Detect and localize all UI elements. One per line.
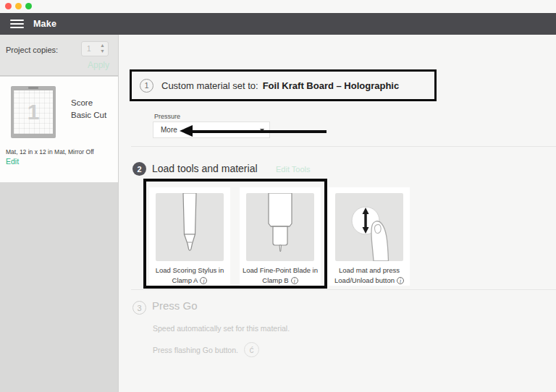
tool-caption: Load mat and press Load/Unload buttoni	[329, 265, 410, 286]
mat-tab	[28, 87, 38, 89]
mat-linetype-basic-cut: Basic Cut	[71, 111, 106, 119]
step3-speed-text: Speed automatically set for this materia…	[153, 324, 290, 333]
project-copies-value: 1	[87, 45, 91, 53]
section-divider	[131, 289, 556, 290]
annotation-arrow-shaft	[191, 130, 327, 133]
mat-number: 1	[28, 100, 40, 124]
page-title: Make	[33, 19, 56, 29]
zoom-window-icon[interactable]	[25, 3, 32, 9]
section-divider	[131, 146, 556, 147]
tool-card-scoring-stylus: Load Scoring Stylus in Clamp Ai	[149, 187, 230, 286]
scoring-stylus-icon	[156, 193, 224, 261]
annotation-arrow-head	[180, 125, 193, 137]
tool-card-load-unload: Load mat and press Load/Unload buttoni	[329, 187, 410, 286]
mat-linetype-score: Score	[71, 98, 93, 107]
window-titlebar	[0, 0, 556, 13]
info-icon[interactable]: i	[200, 277, 207, 284]
tool-caption: Load Fine-Point Blade in Clamp Bi	[240, 265, 321, 286]
edit-tools-link[interactable]: Edit Tools	[276, 165, 311, 174]
mat-thumbnail[interactable]: 1	[11, 86, 56, 138]
project-copies-label: Project copies:	[6, 46, 58, 54]
step2-number-badge: 2	[132, 162, 146, 176]
load-unload-icon	[335, 193, 403, 261]
step3-title: Press Go	[152, 299, 198, 312]
mat-edit-link[interactable]: Edit	[6, 157, 19, 166]
step2-title: Load tools and material	[152, 163, 258, 174]
mat-grid: 1	[14, 90, 53, 134]
stepper-down-icon[interactable]: ▼	[100, 48, 105, 54]
step1-number-badge: 1	[140, 79, 153, 93]
project-copies-input[interactable]: 1 ▲▼	[81, 41, 109, 56]
app-bar: Make	[0, 13, 556, 35]
mat-card: 1 Score Basic Cut Mat, 12 in x 12 in Mat…	[0, 77, 118, 182]
tool-caption: Load Scoring Stylus in Clamp Ai	[149, 265, 230, 286]
minimize-window-icon[interactable]	[15, 3, 22, 9]
sidebar: Project copies: 1 ▲▼ Apply 1 Score Basic…	[0, 35, 118, 392]
caption-line1: Load mat and press	[339, 266, 400, 274]
caption-line2: Load/Unload button	[334, 276, 395, 284]
apply-button[interactable]: Apply	[88, 60, 109, 70]
copies-stepper[interactable]: ▲▼	[100, 43, 105, 54]
tool-card-fine-point-blade: Load Fine-Point Blade in Clamp Bi	[240, 187, 321, 286]
step1-material-name: Foil Kraft Board – Holographic	[263, 80, 400, 91]
pressure-selected-value: More	[161, 122, 177, 137]
caption-line1: Load Fine-Point Blade in	[243, 266, 318, 274]
mat-details: Mat, 12 in x 12 in Mat, Mirror Off	[6, 148, 116, 155]
fine-point-blade-icon	[246, 193, 314, 261]
main-panel: 1 Custom material set to:Foil Kraft Boar…	[118, 35, 556, 392]
close-window-icon[interactable]	[5, 3, 12, 9]
hamburger-menu-icon[interactable]	[10, 20, 24, 28]
cricut-go-button-icon: ć	[244, 342, 259, 357]
step1-heading: Custom material set to:Foil Kraft Board …	[161, 80, 399, 91]
info-icon[interactable]: i	[397, 277, 404, 284]
caption-line2: Clamp B	[262, 276, 288, 284]
step3-press-row: Press flashing Go button. ć	[153, 342, 259, 357]
caption-line2: Clamp A	[172, 276, 198, 284]
step3-number-badge: 3	[132, 301, 146, 315]
pressure-label: Pressure	[154, 113, 180, 120]
info-icon[interactable]: i	[291, 277, 298, 284]
project-copies-section: Project copies: 1 ▲▼ Apply	[0, 35, 118, 76]
step3-press-text: Press flashing Go button.	[153, 346, 238, 354]
annotation-box-step1: 1 Custom material set to:Foil Kraft Boar…	[130, 69, 437, 101]
caption-line1: Load Scoring Stylus in	[156, 266, 224, 274]
stepper-up-icon[interactable]: ▲	[100, 43, 105, 48]
step1-label: Custom material set to:	[161, 80, 258, 91]
